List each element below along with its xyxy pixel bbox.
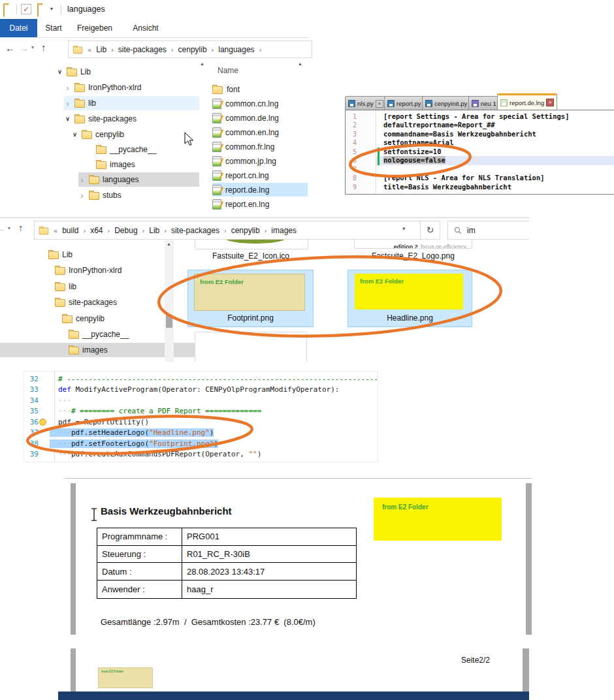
tree-item-lib[interactable]: ›lib	[64, 96, 199, 110]
folder-icon[interactable]	[37, 5, 39, 17]
thumbnail-fastsuite-icon[interactable]	[195, 240, 308, 249]
chevron-right-icon[interactable]: ›	[111, 46, 114, 54]
tree-item-lib[interactable]: lib	[44, 279, 76, 294]
address-bar[interactable]: « Lib› site-packages› cenpylib› language…	[68, 40, 312, 58]
tree-item-images[interactable]: images	[86, 157, 135, 172]
search-input[interactable]: im	[467, 226, 476, 235]
code-line: defaultreportname=Report_##	[383, 121, 495, 129]
tree-item-languages[interactable]: ›languages	[78, 172, 199, 187]
thumbnail-empty[interactable]	[195, 332, 307, 362]
search-box[interactable]: im	[447, 221, 529, 240]
chevron-right-icon[interactable]: ›	[265, 227, 267, 234]
chevron-down-icon[interactable]: ∨	[71, 132, 78, 138]
chevron-right-icon[interactable]: ›	[212, 46, 214, 54]
address-bar[interactable]: « build› x64› Debug› Lib› site-packages›…	[34, 221, 422, 240]
file-row[interactable]: font	[212, 82, 308, 96]
tree-item-cenpylib[interactable]: cenpylib	[52, 311, 105, 326]
breadcrumb-item[interactable]: Debug	[114, 226, 137, 235]
scroll-up-icon[interactable]: ▲	[200, 61, 204, 66]
thumbnail-label[interactable]: Fastsuite_E2_Icon.ico	[195, 251, 307, 261]
chevron-right-icon[interactable]: ›	[64, 99, 71, 108]
file-row[interactable]: report.en.lng	[212, 197, 308, 211]
chevron-down-icon[interactable]: ∨	[64, 116, 71, 122]
forward-icon[interactable]: →	[19, 42, 29, 54]
tree-item-lib-root[interactable]: ∨Lib	[56, 65, 91, 79]
properties-check-icon[interactable]: ✓	[21, 4, 31, 14]
breadcrumb-item[interactable]: cenpylib	[178, 45, 207, 54]
breadcrumb-item[interactable]: cenpylib	[231, 226, 260, 235]
file-row[interactable]: common.fr.lng	[212, 140, 308, 153]
thumbnail-footprint-selected[interactable]: from E2 Folder Footprint.png	[187, 270, 314, 327]
refresh-button[interactable]: ↻	[420, 221, 440, 240]
breadcrumb-item[interactable]: build	[62, 226, 78, 235]
line-number: 8	[346, 174, 357, 182]
tree-item-pycache[interactable]: __pycache__	[58, 327, 129, 342]
tree-item-cenpylib[interactable]: ∨cenpylib	[71, 127, 124, 142]
ribbon-tab-ansicht[interactable]: Ansicht	[128, 19, 163, 37]
code-comment: # --------------------------------------…	[58, 375, 378, 383]
ribbon-tab-freigeben[interactable]: Freigeben	[71, 19, 119, 37]
qat-customize-dropdown-icon[interactable]: ▾	[50, 6, 53, 12]
file-row[interactable]: report.cn.lng	[212, 168, 308, 182]
recent-dropdown-icon[interactable]: ▾	[31, 44, 34, 50]
ribbon-tab-start[interactable]: Start	[39, 19, 68, 37]
tree-item-ironpython-xlrd[interactable]: ›IronPython-xlrd	[64, 80, 141, 95]
breadcrumb-item[interactable]: images	[271, 226, 297, 235]
chevron-right-icon[interactable]: ›	[224, 227, 227, 234]
close-icon[interactable]: ×	[376, 100, 383, 108]
chevron-right-icon[interactable]: ›	[83, 227, 86, 234]
thumbnail-headline-selected[interactable]: from E2 Folder Headline.png	[347, 270, 472, 327]
chevron-right-icon[interactable]: ›	[142, 227, 145, 234]
file-row[interactable]: common.jp.lng	[212, 154, 308, 168]
folder-icon	[3, 5, 5, 17]
chevron-down-icon[interactable]: ∨	[56, 69, 63, 75]
back-icon[interactable]: ←	[5, 42, 15, 54]
chevron-right-icon[interactable]: ›	[108, 227, 110, 234]
breadcrumb-item[interactable]: x64	[90, 226, 103, 235]
file-row-selected[interactable]: report.de.lng	[212, 183, 308, 197]
tree-item-site-packages[interactable]: ∨site-packages	[64, 112, 137, 126]
chevron-right-icon[interactable]: ›	[64, 84, 71, 92]
column-header-name[interactable]: Name	[218, 66, 238, 75]
breadcrumb-item[interactable]: site-packages	[171, 226, 219, 235]
recent-dropdown-icon[interactable]: ▾	[8, 225, 10, 231]
thumbnail-label[interactable]: Fastsuite_E2_Logo.png	[354, 251, 472, 261]
scrollbar-thumb[interactable]	[166, 315, 172, 328]
tab-nls-py[interactable]: nls.py×	[345, 96, 387, 110]
lightbulb-icon[interactable]	[39, 419, 46, 426]
up-icon[interactable]: ↑	[18, 222, 24, 233]
breadcrumb-item[interactable]: site-packages	[118, 45, 167, 54]
chevron-right-icon[interactable]: ›	[259, 46, 262, 54]
tree-item-label: IronPython-xlrd	[69, 266, 121, 275]
scrollbar-track[interactable]	[165, 240, 174, 362]
folder-icon	[62, 315, 73, 323]
chevron-right-icon[interactable]: ›	[78, 191, 86, 200]
editor-content[interactable]: 1[report Settings - Area for special Set…	[345, 110, 614, 195]
breadcrumb-item[interactable]: Lib	[149, 226, 159, 235]
chevron-right-icon[interactable]: ›	[164, 227, 167, 234]
tree-item-images-selected[interactable]: images	[0, 343, 223, 357]
chevron-right-icon[interactable]: ›	[78, 176, 86, 184]
breadcrumb-item[interactable]: Lib	[96, 45, 106, 54]
file-row[interactable]: common.en.lng	[212, 125, 308, 139]
address-dropdown-icon[interactable]: ▾	[402, 225, 406, 232]
text-cursor-icon	[91, 509, 97, 520]
file-row[interactable]: common.de.lng	[212, 111, 308, 125]
ribbon-tab-datei[interactable]: Datei	[0, 19, 37, 37]
tree-item-ironpython-xlrd[interactable]: IronPython-xlrd	[44, 263, 121, 278]
close-icon[interactable]: ×	[546, 99, 554, 106]
breadcrumb-item[interactable]: languages	[218, 45, 254, 54]
tab-report-de-lng[interactable]: report.de.lng×	[497, 93, 557, 110]
line-number: 2	[346, 121, 357, 129]
chevron-right-icon[interactable]: ›	[171, 46, 174, 54]
thumbnail-fastsuite-logo[interactable]: edition 2 focus on efficiency	[354, 240, 472, 249]
tree-item-pycache[interactable]: __pycache__	[86, 142, 156, 157]
tree-item-site-packages[interactable]: site-packages	[44, 295, 117, 310]
scroll-up-icon[interactable]: ▲	[167, 242, 171, 246]
back-icon[interactable]: ←	[0, 223, 6, 234]
file-row[interactable]: common.cn.lng	[212, 97, 308, 110]
tree-item-stubs[interactable]: ›stubs	[78, 188, 121, 202]
up-icon[interactable]: ↑	[41, 42, 46, 53]
tree-item-lib-root[interactable]: Lib	[38, 247, 73, 262]
scroll-up-icon[interactable]: ▲	[298, 61, 302, 66]
